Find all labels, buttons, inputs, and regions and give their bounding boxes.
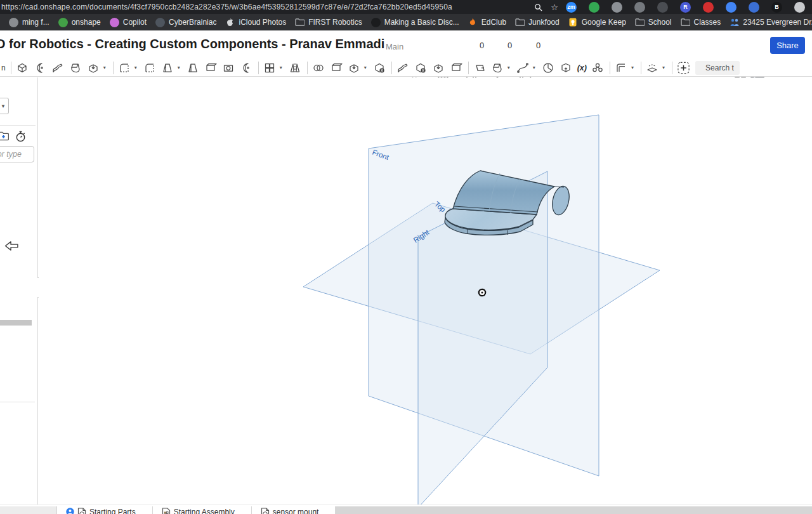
- dot-favicon-icon: [9, 18, 18, 27]
- element-tab-sensor-mount[interactable]: sensor mount: [252, 506, 336, 514]
- url-text[interactable]: https://cad.onshape.com/documents/4f3cf7…: [0, 3, 533, 11]
- curve-icon[interactable]: [516, 60, 530, 76]
- modify-fillet-icon[interactable]: [348, 60, 361, 76]
- dropdown-caret-icon[interactable]: ▾: [278, 60, 284, 76]
- dropdown-caret-icon[interactable]: ▾: [102, 60, 108, 76]
- bookmark-item[interactable]: Google Keep: [568, 18, 626, 27]
- bookmark-label: EdClub: [481, 18, 506, 27]
- share-button[interactable]: Share: [770, 37, 805, 54]
- adguard-extension[interactable]: [589, 2, 599, 13]
- sheet-metal-icon[interactable]: [615, 60, 628, 76]
- variable-icon[interactable]: (x): [577, 60, 587, 76]
- bookmark-item[interactable]: Copilot: [110, 18, 147, 27]
- bookmark-item[interactable]: CyberBrainiac: [155, 18, 216, 27]
- tab-bar-filler: [336, 506, 812, 514]
- bookmarks-bar: ming f...onshapeCopilotCyberBrainiaciClo…: [0, 14, 812, 30]
- bookmark-item[interactable]: Junkfood: [515, 18, 560, 27]
- fillet-icon[interactable]: [118, 60, 131, 76]
- tab-bar-left-block[interactable]: [0, 506, 57, 514]
- dropdown-caret-icon[interactable]: ▾: [133, 60, 139, 76]
- back-arrow-icon[interactable]: [4, 241, 18, 254]
- tree-filter-dropdown[interactable]: ▼: [0, 98, 9, 114]
- bookmark-item[interactable]: Making a Basic Disc...: [371, 18, 459, 27]
- new-folder-icon[interactable]: [0, 131, 9, 143]
- bookmark-item[interactable]: Classes: [681, 18, 721, 27]
- gray-circle-extension[interactable]: [612, 2, 622, 13]
- rib-icon[interactable]: [187, 60, 200, 76]
- replace-face-icon[interactable]: [450, 60, 463, 76]
- adobe-pdf-extension[interactable]: [703, 2, 714, 13]
- bookmark-item[interactable]: iCloud Photos: [225, 18, 286, 27]
- part-studio-icon: [261, 508, 270, 514]
- circular-pattern-icon[interactable]: [542, 60, 555, 76]
- plane-icon[interactable]: [473, 60, 487, 76]
- bookmark-item[interactable]: EdClub: [468, 18, 506, 27]
- thread-icon[interactable]: [240, 60, 253, 76]
- flatten-icon[interactable]: [646, 60, 659, 76]
- zoom-search-icon[interactable]: [533, 2, 543, 12]
- toolbar-separator: [672, 62, 672, 74]
- bookmark-item[interactable]: FIRST Robotics: [295, 18, 362, 27]
- b-extension[interactable]: B: [771, 2, 782, 13]
- shell-icon[interactable]: [204, 60, 218, 76]
- document-title: D for Robotics - Creating Custom Compone…: [0, 37, 384, 51]
- bookmark-item[interactable]: ming f...: [9, 18, 49, 27]
- split-icon[interactable]: [330, 60, 343, 76]
- draft-icon[interactable]: [161, 60, 174, 76]
- bookmark-item[interactable]: onshape: [58, 18, 101, 27]
- shield-extension[interactable]: [749, 2, 759, 13]
- graphics-viewport[interactable]: Front Top Right: [39, 77, 812, 504]
- bookmark-item[interactable]: 23425 Evergreen Dr...: [730, 18, 812, 27]
- revolve-icon[interactable]: [34, 60, 47, 76]
- dropdown-caret-icon[interactable]: ▾: [176, 60, 182, 76]
- tree-scrollbar-thumb[interactable]: [0, 320, 32, 326]
- mirror-icon[interactable]: [289, 60, 302, 76]
- delete-face-icon[interactable]: [414, 60, 428, 76]
- stopwatch-icon[interactable]: [15, 131, 26, 145]
- folder-favicon-icon: [635, 18, 645, 27]
- snip-extension[interactable]: [794, 2, 805, 13]
- dropdown-caret-icon[interactable]: ▾: [531, 60, 537, 76]
- bookmark-label: Making a Basic Disc...: [384, 18, 459, 27]
- loft-icon[interactable]: [69, 60, 82, 76]
- toolbar-search-input[interactable]: Search t: [695, 61, 740, 75]
- bookmark-label: ming f...: [22, 18, 49, 27]
- folder-favicon-icon: [681, 18, 690, 27]
- chamfer-icon[interactable]: [143, 60, 157, 76]
- delete-part-icon[interactable]: [373, 60, 386, 76]
- dropdown-caret-icon[interactable]: ▾: [362, 60, 369, 76]
- r-extension[interactable]: R: [680, 2, 691, 13]
- toolbar-separator: [468, 62, 469, 74]
- element-tab-starting-parts[interactable]: Starting Parts: [57, 506, 153, 514]
- boolean-icon[interactable]: [312, 60, 325, 76]
- toolbar-separator: [641, 62, 641, 74]
- mate-connector-icon[interactable]: [591, 60, 605, 76]
- element-tab-bar: Starting PartsStarting Assemblysensor mo…: [0, 506, 812, 514]
- zoom-extension[interactable]: zm: [566, 2, 577, 13]
- bookmark-label: CyberBrainiac: [169, 18, 216, 27]
- dropdown-caret-icon[interactable]: ▾: [629, 60, 636, 76]
- dropdown-caret-icon[interactable]: ▾: [660, 60, 667, 76]
- bookmark-label: Google Keep: [582, 18, 626, 27]
- bookmark-star-icon[interactable]: ☆: [549, 2, 560, 12]
- filter-input[interactable]: Filter by name or type: [0, 146, 34, 162]
- sweep-icon[interactable]: [51, 60, 65, 76]
- element-tab-starting-assembly[interactable]: Starting Assembly: [153, 506, 252, 514]
- import-derived-icon[interactable]: [560, 60, 573, 76]
- move-face-icon[interactable]: [432, 60, 445, 76]
- workspace-name[interactable]: Main: [386, 42, 403, 51]
- bookmark-item[interactable]: School: [635, 18, 672, 27]
- extrude-icon[interactable]: [16, 60, 29, 76]
- surface-icon[interactable]: [491, 60, 504, 76]
- part-studio-scene[interactable]: Front Top Right: [39, 77, 812, 504]
- thicken-icon[interactable]: [87, 60, 100, 76]
- flag-extension[interactable]: [634, 2, 645, 13]
- fillet-surface-icon[interactable]: [396, 60, 410, 76]
- hole-icon[interactable]: [222, 60, 235, 76]
- disabled-extension[interactable]: [657, 2, 668, 13]
- blue-arrow-extension[interactable]: [726, 2, 737, 13]
- dropdown-caret-icon[interactable]: ▾: [506, 60, 512, 76]
- linear-pattern-icon[interactable]: [263, 60, 277, 76]
- origin-marker[interactable]: [479, 289, 485, 296]
- custom-feature-add-icon[interactable]: [677, 60, 690, 76]
